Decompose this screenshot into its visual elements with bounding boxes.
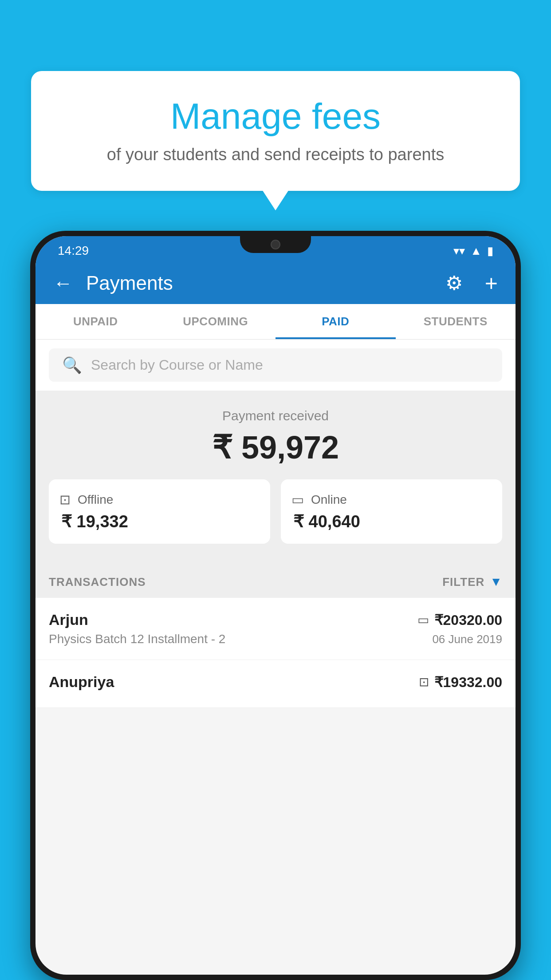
status-icons: ▾▾ ▲ ▮ — [453, 244, 493, 258]
add-icon[interactable]: + — [485, 270, 498, 296]
payment-label: Payment received — [49, 408, 502, 423]
offline-payment-icon: ⊡ — [419, 675, 429, 689]
status-time: 14:29 — [58, 244, 89, 258]
online-card: ▭ Online ₹ 40,640 — [281, 479, 502, 544]
tabs: UNPAID UPCOMING PAID STUDENTS — [35, 304, 516, 340]
transaction-bottom: Physics Batch 12 Installment - 2 06 June… — [49, 632, 502, 646]
offline-icon: ⊡ — [59, 492, 71, 507]
online-amount: ₹ 40,640 — [291, 512, 492, 531]
phone-inner: 14:29 ▾▾ ▲ ▮ ← Payments ⚙ + UNPAID — [35, 236, 516, 975]
app-header: ← Payments ⚙ + — [35, 262, 516, 304]
battery-icon: ▮ — [487, 244, 493, 258]
settings-icon[interactable]: ⚙ — [445, 272, 463, 294]
payment-summary: Payment received ₹ 59,972 ⊡ Offline ₹ 19… — [35, 391, 516, 566]
phone-frame: 14:29 ▾▾ ▲ ▮ ← Payments ⚙ + UNPAID — [30, 231, 521, 980]
filter-label: FILTER — [442, 575, 484, 589]
payment-cards: ⊡ Offline ₹ 19,332 ▭ Online ₹ 40,640 — [49, 479, 502, 544]
filter-icon: ▼ — [490, 575, 502, 589]
signal-icon: ▲ — [470, 244, 482, 258]
search-input[interactable]: Search by Course or Name — [91, 357, 263, 373]
speech-bubble: Manage fees of your students and send re… — [31, 71, 520, 191]
transaction-name: Anupriya — [49, 673, 114, 691]
tab-upcoming[interactable]: UPCOMING — [156, 304, 276, 339]
transaction-top: Anupriya ⊡ ₹19332.00 — [49, 673, 502, 691]
search-icon: 🔍 — [62, 356, 82, 375]
offline-card-header: ⊡ Offline — [59, 492, 260, 507]
tab-paid[interactable]: PAID — [276, 304, 396, 339]
transaction-name: Arjun — [49, 611, 88, 628]
online-type: Online — [311, 493, 347, 507]
transaction-course: Physics Batch 12 Installment - 2 — [49, 632, 225, 646]
transaction-amount-row: ▭ ₹20320.00 — [417, 612, 502, 628]
offline-type: Offline — [78, 493, 113, 507]
back-button[interactable]: ← — [53, 272, 73, 294]
transaction-amount: ₹20320.00 — [434, 612, 502, 628]
tab-students[interactable]: STUDENTS — [396, 304, 516, 339]
transactions-header: TRANSACTIONS FILTER ▼ — [35, 566, 516, 598]
filter-container[interactable]: FILTER ▼ — [442, 575, 502, 589]
search-container: 🔍 Search by Course or Name — [35, 340, 516, 391]
offline-amount: ₹ 19,332 — [59, 512, 260, 531]
camera — [271, 240, 280, 249]
transactions-label: TRANSACTIONS — [49, 575, 146, 589]
transaction-date: 06 June 2019 — [432, 632, 502, 646]
online-icon: ▭ — [291, 492, 304, 507]
transaction-row[interactable]: Anupriya ⊡ ₹19332.00 — [35, 660, 516, 708]
bubble-subtitle: of your students and send receipts to pa… — [58, 145, 493, 164]
online-card-header: ▭ Online — [291, 492, 492, 507]
tab-unpaid[interactable]: UNPAID — [35, 304, 156, 339]
wifi-icon: ▾▾ — [453, 244, 465, 258]
app-title: Payments — [86, 272, 432, 294]
phone-notch — [240, 236, 311, 253]
transaction-amount-row: ⊡ ₹19332.00 — [419, 674, 502, 691]
bubble-title: Manage fees — [58, 95, 493, 137]
search-box[interactable]: 🔍 Search by Course or Name — [49, 348, 502, 382]
transaction-top: Arjun ▭ ₹20320.00 — [49, 611, 502, 628]
offline-card: ⊡ Offline ₹ 19,332 — [49, 479, 270, 544]
phone-frame-container: 14:29 ▾▾ ▲ ▮ ← Payments ⚙ + UNPAID — [30, 231, 521, 980]
speech-bubble-container: Manage fees of your students and send re… — [31, 71, 520, 191]
transaction-amount: ₹19332.00 — [434, 674, 502, 691]
payment-amount: ₹ 59,972 — [49, 429, 502, 466]
transaction-row[interactable]: Arjun ▭ ₹20320.00 Physics Batch 12 Insta… — [35, 598, 516, 660]
card-payment-icon: ▭ — [417, 612, 429, 627]
